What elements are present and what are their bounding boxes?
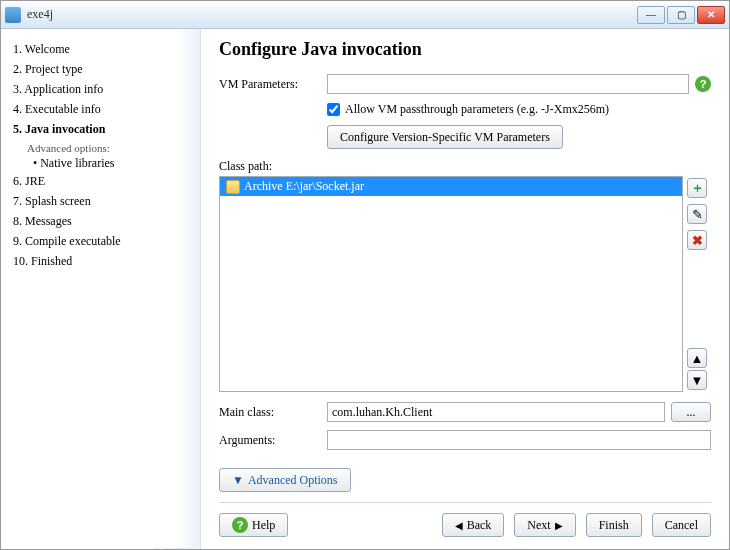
- step-finished[interactable]: 10. Finished: [13, 251, 192, 271]
- main-class-input[interactable]: [327, 402, 665, 422]
- help-button[interactable]: ? Help: [219, 513, 288, 537]
- move-down-button[interactable]: ▼: [687, 370, 707, 390]
- titlebar: exe4j — ▢ ✕: [1, 1, 729, 29]
- close-button[interactable]: ✕: [697, 6, 725, 24]
- advanced-native-libraries[interactable]: • Native libraries: [33, 155, 192, 171]
- help-icon: ?: [232, 517, 248, 533]
- maximize-button[interactable]: ▢: [667, 6, 695, 24]
- step-application-info[interactable]: 3. Application info: [13, 79, 192, 99]
- classpath-label: Class path:: [219, 159, 711, 174]
- finish-button[interactable]: Finish: [586, 513, 642, 537]
- page-title: Configure Java invocation: [219, 39, 711, 60]
- next-label: Next: [527, 518, 550, 533]
- advanced-options-button[interactable]: ▼ Advanced Options: [219, 468, 351, 492]
- allow-passthrough-checkbox[interactable]: [327, 103, 340, 116]
- step-messages[interactable]: 8. Messages: [13, 211, 192, 231]
- main-class-label: Main class:: [219, 405, 327, 420]
- back-label: Back: [467, 518, 492, 533]
- move-up-button[interactable]: ▲: [687, 348, 707, 368]
- classpath-item[interactable]: Archive E:\jar\Socket.jar: [220, 177, 682, 196]
- arguments-label: Arguments:: [219, 433, 327, 448]
- cancel-button[interactable]: Cancel: [652, 513, 711, 537]
- add-classpath-button[interactable]: ＋: [687, 178, 707, 198]
- help-label: Help: [252, 518, 275, 533]
- vm-params-label: VM Parameters:: [219, 77, 327, 92]
- classpath-list[interactable]: Archive E:\jar\Socket.jar: [219, 176, 683, 392]
- allow-passthrough-label[interactable]: Allow VM passthrough parameters (e.g. -J…: [345, 102, 609, 117]
- step-project-type[interactable]: 2. Project type: [13, 59, 192, 79]
- step-welcome[interactable]: 1. Welcome: [13, 39, 192, 59]
- next-button[interactable]: Next ▶: [514, 513, 575, 537]
- help-icon[interactable]: ?: [695, 76, 711, 92]
- minimize-button[interactable]: —: [637, 6, 665, 24]
- arguments-input[interactable]: [327, 430, 711, 450]
- edit-classpath-button[interactable]: ✎: [687, 204, 707, 224]
- archive-icon: [226, 180, 240, 194]
- step-splash-screen[interactable]: 7. Splash screen: [13, 191, 192, 211]
- window-title: exe4j: [27, 7, 637, 22]
- chevron-down-icon: ▼: [232, 473, 244, 488]
- browse-main-class-button[interactable]: ...: [671, 402, 711, 422]
- advanced-heading: Advanced options:: [27, 142, 192, 154]
- configure-version-specific-button[interactable]: Configure Version-Specific VM Parameters: [327, 125, 563, 149]
- wizard-sidebar: 1. Welcome 2. Project type 3. Applicatio…: [1, 29, 201, 549]
- main-panel: Configure Java invocation VM Parameters:…: [201, 29, 729, 549]
- remove-classpath-button[interactable]: ✖: [687, 230, 707, 250]
- arrow-right-icon: ▶: [555, 520, 563, 531]
- step-executable-info[interactable]: 4. Executable info: [13, 99, 192, 119]
- step-jre[interactable]: 6. JRE: [13, 171, 192, 191]
- back-button[interactable]: ◀ Back: [442, 513, 505, 537]
- classpath-item-label: Archive E:\jar\Socket.jar: [244, 179, 364, 194]
- watermark: exe4j: [148, 543, 196, 550]
- step-java-invocation[interactable]: 5. Java invocation: [13, 119, 192, 139]
- separator: [219, 502, 711, 503]
- step-compile-executable[interactable]: 9. Compile executable: [13, 231, 192, 251]
- vm-params-input[interactable]: [327, 74, 689, 94]
- app-icon: [5, 7, 21, 23]
- arrow-left-icon: ◀: [455, 520, 463, 531]
- advanced-options-label: Advanced Options: [248, 473, 338, 488]
